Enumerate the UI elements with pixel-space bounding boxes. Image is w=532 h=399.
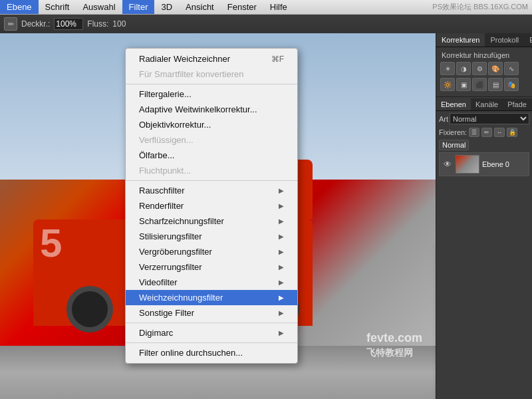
menu-filtergalerie[interactable]: Filtergalerie... <box>126 86 297 102</box>
arrow-icon: ▶ <box>279 217 284 225</box>
fluss-label: Fluss: <box>87 19 108 29</box>
separator-2 <box>126 180 297 181</box>
arrow-icon: ▶ <box>279 329 284 336</box>
arrow-icon: ▶ <box>279 294 284 301</box>
deckkraft-label: Deckkr.: <box>21 19 50 29</box>
brush-icon: ✏ <box>4 17 17 31</box>
menu-objektivkorrektur[interactable]: Objektivkorrektur... <box>126 117 297 132</box>
menu-item-label: Videofilter <box>139 277 178 287</box>
tab-kanaele[interactable]: Kanäle <box>471 98 503 110</box>
menu-item-label: Filtergalerie... <box>139 89 192 99</box>
tab-protokoll[interactable]: Protokoll <box>485 33 524 47</box>
fixieren-label: Fixieren: <box>439 128 467 136</box>
menu-radialer-weichzeichner[interactable]: Radialer Weichzeichner ⌘F <box>126 51 297 66</box>
arrow-icon: ▶ <box>279 263 284 271</box>
menu-item-label: Sonstige Filter <box>139 308 194 318</box>
arrow-icon: ▶ <box>279 202 284 209</box>
normal-badge: Normal <box>439 140 469 150</box>
menu-item-label: Vergröberungsfilter <box>139 247 212 257</box>
watermark-text: PS效果论坛 BBS.16XG.COM <box>432 2 532 12</box>
menu-oelfarbe[interactable]: Ölfarbe... <box>126 148 297 163</box>
layers-tabs: Ebenen Kanäle Pfade <box>436 98 532 111</box>
menu-item-label: Digimarc <box>139 328 173 338</box>
truck-wheel-left <box>66 286 113 332</box>
correction-icon-7[interactable]: ▣ <box>456 78 471 91</box>
menu-item-label: Verzerrungsfilter <box>139 262 202 272</box>
art-dropdown[interactable]: Normal <box>450 113 529 124</box>
menu-3d[interactable]: 3D <box>154 0 179 14</box>
menu-item-label: Fluchtpunkt... <box>139 166 191 176</box>
correction-icon-4[interactable]: 🎨 <box>488 62 503 75</box>
menu-renderfilter[interactable]: Renderfilter ▶ <box>126 198 297 213</box>
menu-digimarc[interactable]: Digimarc ▶ <box>126 325 297 340</box>
menu-vergroberung[interactable]: Vergröberungsfilter ▶ <box>126 244 297 259</box>
layer-name: Ebene 0 <box>482 160 526 168</box>
correction-icon-6[interactable]: 🔆 <box>440 78 455 91</box>
correction-icon-5[interactable]: ∿ <box>504 62 519 75</box>
lock-icon-2[interactable]: ✏ <box>481 128 492 137</box>
correction-icon-10[interactable]: 🎭 <box>504 78 519 91</box>
tab-ebenen[interactable]: Ebenen <box>436 98 471 110</box>
lock-icon-4[interactable]: 🔒 <box>507 128 517 137</box>
menu-rauschfilter[interactable]: Rauschfilter ▶ <box>126 183 297 198</box>
menu-fenster[interactable]: Fenster <box>221 0 263 14</box>
menu-ansicht[interactable]: Ansicht <box>179 0 221 14</box>
menu-auswahl[interactable]: Auswahl <box>76 0 122 14</box>
deckkraft-input[interactable] <box>54 18 83 30</box>
filter-menu[interactable]: Radialer Weichzeichner ⌘F Für Smartfilte… <box>125 48 298 364</box>
toolbar: ✏ Deckkr.: Fluss: 100 <box>0 15 532 33</box>
lock-icon-3[interactable]: ↔ <box>494 128 505 137</box>
correction-icon-8[interactable]: ⬛ <box>472 78 487 91</box>
correction-icon-3[interactable]: ⚙ <box>472 62 487 75</box>
menu-adaptive[interactable]: Adaptive Weitwinkelkorrektur... <box>126 102 297 117</box>
menu-verfluessigen: Verflüssigen... <box>126 132 297 148</box>
arrow-icon: ▶ <box>279 233 284 240</box>
watermark-overlay: fevte.com 飞特教程网 <box>366 331 422 359</box>
correction-icon-9[interactable]: ▤ <box>488 78 503 91</box>
panel-divider <box>436 96 532 97</box>
corrections-content: Korrektur hinzufügen ☀ ◑ ⚙ 🎨 ∿ 🔆 ▣ ⬛ ▤ 🎭 <box>436 47 532 95</box>
menu-item-label: Ölfarbe... <box>139 150 174 160</box>
fluss-value: 100 <box>112 19 126 29</box>
right-panel: Korrekturen Protokoll E « Korrektur hinz… <box>436 33 532 399</box>
menu-item-label: Weichzeichnungsfilter <box>139 293 223 303</box>
correction-icon-2[interactable]: ◑ <box>456 62 471 75</box>
corrections-panel: Korrekturen Protokoll E « Korrektur hinz… <box>436 33 532 95</box>
menu-videofilter[interactable]: Videofilter ▶ <box>126 275 297 290</box>
layer-item-0[interactable]: 👁 Ebene 0 <box>439 152 529 176</box>
menu-item-label: Renderfilter <box>139 201 184 211</box>
menu-item-label: Für Smartfilter konvertieren <box>139 69 244 79</box>
truck-number: 5 <box>40 220 62 266</box>
canvas-area: 5 fevte.com 飞特教程网 Radialer Weichzeichner… <box>0 33 436 399</box>
menu-smartfilter: Für Smartfilter konvertieren <box>126 66 297 82</box>
menu-hilfe[interactable]: Hilfe <box>263 0 294 14</box>
layer-visibility-icon[interactable]: 👁 <box>442 159 453 170</box>
menu-stilisierung[interactable]: Stilisierungsfilter ▶ <box>126 229 297 244</box>
separator-4 <box>126 342 297 343</box>
tab-extra[interactable]: E <box>524 33 532 47</box>
lock-row: Fixieren: ☰ ✏ ↔ 🔒 <box>436 126 532 138</box>
menu-schrift[interactable]: Schrift <box>39 0 76 14</box>
watermark-chinese: 飞特教程网 <box>366 347 413 358</box>
arrow-icon: ▶ <box>279 279 284 286</box>
menu-item-label: Verflüssigen... <box>139 135 194 145</box>
menu-weichzeichnung[interactable]: Weichzeichnungsfilter ▶ <box>126 290 297 305</box>
tab-korrekturen[interactable]: Korrekturen <box>436 33 485 47</box>
menu-sonstige[interactable]: Sonstige Filter ▶ <box>126 305 297 321</box>
main-area: 5 fevte.com 飞特教程网 Radialer Weichzeichner… <box>0 33 532 399</box>
art-label: Art <box>439 115 448 123</box>
menu-verzerrung[interactable]: Verzerrungsfilter ▶ <box>126 259 297 275</box>
lock-icon-1[interactable]: ☰ <box>469 128 479 137</box>
layer-thumbnail <box>456 155 479 174</box>
correction-icons-row1: ☀ ◑ ⚙ 🎨 ∿ <box>439 61 529 76</box>
correction-icon-1[interactable]: ☀ <box>440 62 455 75</box>
menu-item-label: Adaptive Weitwinkelkorrektur... <box>139 104 257 114</box>
correction-icons-row2: 🔆 ▣ ⬛ ▤ 🎭 <box>439 76 529 92</box>
menu-scharfzeichnung[interactable]: Scharfzeichnungsfilter ▶ <box>126 213 297 229</box>
menu-filter[interactable]: Filter <box>122 0 155 14</box>
menu-filter-online[interactable]: Filter online durchsuchen... <box>126 345 297 360</box>
menubar: Ebene Schrift Auswahl Filter 3D Ansicht … <box>0 0 532 15</box>
menu-ebene[interactable]: Ebene <box>0 0 39 14</box>
tab-pfade[interactable]: Pfade <box>503 98 531 110</box>
menu-item-label: Radialer Weichzeichner <box>139 54 230 64</box>
